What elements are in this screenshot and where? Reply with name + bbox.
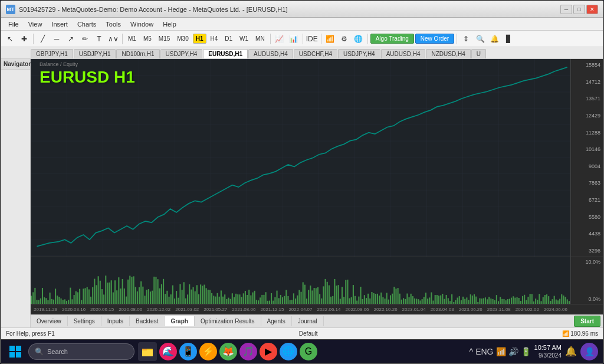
tf-mn[interactable]: MN — [252, 34, 268, 44]
toolbar-green-bar[interactable]: ▊ — [502, 33, 515, 45]
separator-6 — [367, 34, 368, 44]
toolbar-ide[interactable]: IDE — [306, 33, 319, 45]
tray-lang[interactable]: ENG — [475, 347, 493, 356]
tray-battery[interactable]: 🔋 — [521, 347, 531, 356]
tab-usdjpy1[interactable]: USDJPY,H1 — [74, 49, 116, 58]
tab-u[interactable]: U — [471, 49, 486, 58]
taskbar-app-4[interactable]: 🦊 — [219, 343, 237, 360]
taskbar-avatar[interactable]: 👤 — [580, 343, 598, 360]
toolbar-alerts[interactable]: 🔔 — [488, 33, 501, 45]
taskbar-app-explorer[interactable] — [138, 342, 157, 361]
svg-rect-199 — [395, 288, 396, 304]
svg-rect-134 — [274, 297, 275, 304]
svg-rect-172 — [345, 280, 346, 304]
taskbar-app-2[interactable]: 📱 — [179, 343, 197, 360]
folder-icon — [142, 346, 153, 358]
svg-rect-98 — [208, 290, 209, 304]
toolbar-cross[interactable]: ✚ — [18, 33, 31, 45]
taskbar-search[interactable]: 🔍 Search — [28, 343, 134, 360]
tab-inputs[interactable]: Inputs — [101, 316, 130, 326]
tf-h4[interactable]: H4 — [208, 34, 221, 44]
tray-network[interactable]: 📶 — [496, 347, 506, 356]
toolbar-trend[interactable]: ↗ — [64, 33, 77, 45]
tab-nd100m[interactable]: ND100m,H1 — [116, 49, 159, 58]
toolbar-barchart[interactable]: 📊 — [287, 33, 300, 45]
tf-m30[interactable]: M30 — [174, 34, 191, 44]
tf-h1[interactable]: H1 — [193, 34, 206, 44]
toolbar-arrows[interactable]: ⇕ — [459, 33, 472, 45]
tab-usdjpy42[interactable]: USDJPY,H4 — [338, 49, 380, 58]
tab-journal[interactable]: Journal — [292, 316, 324, 326]
toolbar-linechart[interactable]: 📈 — [273, 33, 286, 45]
svg-rect-71 — [157, 279, 159, 304]
taskbar-app-7[interactable]: 🌐 — [280, 343, 297, 360]
tab-nzdusd[interactable]: NZDUSD,H4 — [426, 49, 470, 58]
menu-help[interactable]: Help — [158, 19, 181, 29]
svg-rect-225 — [444, 299, 445, 304]
tray-chevron[interactable]: ^ — [470, 347, 474, 356]
toolbar-pencil[interactable]: ✏ — [78, 33, 91, 45]
svg-rect-204 — [405, 299, 406, 304]
tf-m5[interactable]: M5 — [140, 34, 155, 44]
tab-opt-results[interactable]: Optimization Results — [195, 316, 261, 326]
menu-insert[interactable]: Insert — [47, 19, 73, 29]
y-label-10: 4438 — [573, 231, 600, 237]
taskbar-app-6[interactable]: ▶ — [260, 343, 277, 360]
tab-audusd4[interactable]: AUDUSD,H4 — [248, 49, 293, 58]
new-order-button[interactable]: New Order — [415, 34, 454, 44]
svg-rect-34 — [88, 290, 90, 304]
main-chart[interactable]: EURUSD H1 Balance / Equity — [31, 59, 603, 257]
taskbar-app-5[interactable]: 🎵 — [239, 343, 257, 360]
main-window: MT S019425729 - MetaQuotes-Demo: Demo Ac… — [0, 0, 604, 364]
tab-usdjpy4[interactable]: USDJPY,H4 — [160, 49, 203, 58]
menu-tools[interactable]: Tools — [101, 19, 126, 29]
svg-rect-54 — [126, 297, 127, 304]
toolbar-search[interactable]: 🔍 — [474, 33, 487, 45]
tab-audusd42[interactable]: AUDUSD,H4 — [381, 49, 426, 58]
minimize-button[interactable]: ─ — [560, 5, 572, 14]
xdate-15: 2023.06.26 — [459, 307, 482, 312]
taskbar-app-8[interactable]: G — [300, 343, 317, 360]
menu-window[interactable]: Window — [126, 19, 158, 29]
taskbar-app-1[interactable]: 🌊 — [159, 343, 177, 360]
tab-overview[interactable]: Overview — [31, 316, 68, 326]
toolbar-ao[interactable]: ∧∨ — [107, 33, 120, 45]
tf-m15[interactable]: M15 — [156, 34, 173, 44]
svg-rect-10 — [44, 297, 45, 304]
svg-rect-103 — [217, 293, 218, 304]
toolbar-hline[interactable]: ─ — [50, 33, 63, 45]
menu-view[interactable]: View — [24, 19, 47, 29]
taskbar-app-3[interactable]: ⚡ — [199, 343, 217, 360]
algo-trading-button[interactable]: Algo Trading — [370, 34, 414, 44]
svg-rect-167 — [336, 286, 337, 304]
tab-usdchf[interactable]: USDCHF,H4 — [294, 49, 337, 58]
start-menu-button[interactable] — [6, 342, 25, 361]
xdate-4: 2020.12.02 — [147, 307, 170, 312]
toolbar-web[interactable]: 🌐 — [352, 33, 365, 45]
toolbar-line[interactable]: ╱ — [36, 33, 49, 45]
maximize-button[interactable]: □ — [573, 5, 585, 14]
toolbar-signal[interactable]: 📶 — [324, 33, 337, 45]
clock[interactable]: 10:57 AM 9/3/2024 — [534, 343, 562, 359]
menu-charts[interactable]: Charts — [73, 19, 101, 29]
toolbar-settings[interactable]: ⚙ — [338, 33, 351, 45]
svg-rect-19 — [60, 299, 61, 304]
svg-rect-36 — [92, 287, 93, 304]
tab-eurusd[interactable]: EURUSD,H1 — [203, 49, 248, 58]
tab-agents[interactable]: Agents — [261, 316, 292, 326]
tf-w1[interactable]: W1 — [237, 34, 251, 44]
notification-icon[interactable]: 🔔 — [565, 346, 577, 357]
menu-file[interactable]: File — [4, 19, 24, 29]
toolbar-arrow[interactable]: ↖ — [4, 33, 17, 45]
tab-gbpjpy[interactable]: GBPJPY,H1 — [31, 49, 73, 58]
close-button[interactable]: ✕ — [586, 5, 598, 14]
tab-graph[interactable]: Graph — [165, 316, 194, 326]
toolbar-text[interactable]: T — [93, 33, 106, 45]
tray-speaker[interactable]: 🔊 — [508, 347, 518, 356]
tf-d1[interactable]: D1 — [222, 34, 235, 44]
tf-m1[interactable]: M1 — [125, 34, 139, 44]
tab-backtest[interactable]: Backtest — [130, 316, 165, 326]
svg-rect-11 — [45, 298, 47, 304]
tab-settings[interactable]: Settings — [68, 316, 101, 326]
start-button[interactable]: Start — [574, 316, 600, 327]
